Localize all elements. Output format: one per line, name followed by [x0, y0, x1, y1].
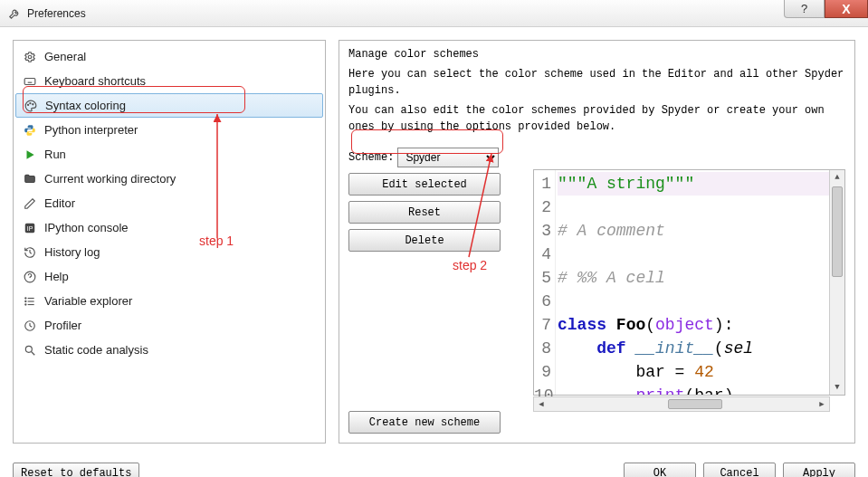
ipython-icon: IP [23, 221, 37, 235]
sidebar-item-python-interpreter[interactable]: Python interpreter [15, 118, 323, 142]
svg-point-20 [25, 301, 26, 301]
gear-icon [23, 50, 37, 64]
delete-scheme-button[interactable]: Delete [348, 229, 501, 252]
hscroll-thumb[interactable] [668, 399, 722, 409]
svg-point-7 [28, 104, 29, 105]
scroll-up-icon[interactable]: ▲ [830, 170, 844, 185]
svg-text:IP: IP [27, 224, 33, 231]
sidebar-item-label: Syntax coloring [45, 99, 126, 112]
sidebar-item-label: Help [44, 270, 69, 283]
sidebar-item-label: Variable explorer [44, 294, 132, 308]
sidebar-item-editor[interactable]: Editor [15, 191, 323, 215]
svg-line-24 [30, 326, 32, 327]
svg-point-0 [28, 55, 32, 59]
svg-point-21 [25, 303, 26, 304]
sidebar-item-label: Python interpreter [44, 123, 138, 137]
ok-button[interactable]: OK [624, 463, 696, 477]
sidebar-item-label: General [44, 50, 86, 63]
wrench-icon [7, 6, 22, 21]
sidebar-item-syntax-coloring[interactable]: Syntax coloring [15, 93, 323, 118]
sidebar-item-label: Run [44, 148, 66, 161]
reset-defaults-button[interactable]: Reset to defaults [13, 463, 139, 477]
apply-button[interactable]: Apply [783, 463, 855, 477]
scroll-left-icon[interactable]: ◀ [534, 399, 548, 409]
search-icon [23, 343, 37, 358]
scroll-down-icon[interactable]: ▼ [830, 380, 844, 395]
panel-desc-1: Here you can select the color scheme use… [348, 66, 845, 99]
svg-line-13 [30, 253, 32, 253]
sidebar-item-label: Editor [44, 196, 75, 210]
cancel-button[interactable]: Cancel [703, 463, 776, 477]
list-icon [23, 294, 37, 309]
svg-point-19 [25, 297, 26, 298]
window-title: Preferences [27, 7, 86, 20]
sidebar-item-label: Current working directory [44, 172, 176, 186]
keyboard-icon [23, 74, 37, 89]
horizontal-scrollbar[interactable]: ◀ ▶ [533, 396, 830, 412]
sidebar-item-ipython-console[interactable]: IPIPython console [15, 215, 323, 240]
svg-point-8 [30, 102, 31, 103]
scroll-thumb[interactable] [832, 186, 843, 277]
scheme-select[interactable]: Spyder [397, 148, 499, 167]
svg-rect-1 [24, 78, 35, 84]
palette-icon [24, 99, 38, 113]
sidebar-item-label: History log [44, 245, 100, 259]
svg-line-26 [32, 351, 35, 355]
titlebar-help-button[interactable]: ? [784, 0, 825, 18]
sidebar-item-profiler[interactable]: Profiler [15, 313, 323, 338]
reset-scheme-button[interactable]: Reset [348, 201, 501, 224]
sidebar-item-label: Profiler [44, 319, 81, 332]
sidebar-item-label: IPython console [44, 221, 129, 234]
sidebar-item-current-working-directory[interactable]: Current working directory [15, 167, 323, 191]
code-area: """A string""" # A comment # %% A cell c… [556, 170, 829, 395]
sidebar-item-help[interactable]: Help [15, 264, 323, 289]
settings-panel: Manage color schemes Here you can select… [339, 40, 855, 444]
edit-icon [23, 196, 37, 211]
folder-icon [23, 172, 37, 186]
clock-icon [23, 319, 37, 333]
panel-desc-2: You can also edit the color schemes prov… [348, 102, 845, 135]
sidebar-item-label: Static code analysis [44, 343, 148, 357]
scheme-label: Scheme: [348, 151, 394, 164]
titlebar: Preferences ? X [0, 0, 868, 27]
svg-point-25 [25, 346, 32, 352]
titlebar-close-button[interactable]: X [825, 0, 868, 18]
sidebar-item-label: Keyboard shortcuts [44, 74, 146, 88]
scroll-right-icon[interactable]: ▶ [815, 399, 829, 409]
dialog-button-bar: Reset to defaults OK Cancel Apply [0, 459, 868, 477]
sidebar-item-keyboard-shortcuts[interactable]: Keyboard shortcuts [15, 69, 323, 93]
sidebar-item-variable-explorer[interactable]: Variable explorer [15, 289, 323, 313]
category-list: GeneralKeyboard shortcutsSyntax coloring… [13, 40, 326, 444]
edit-selected-button[interactable]: Edit selected [348, 173, 501, 196]
sidebar-item-history-log[interactable]: History log [15, 240, 323, 264]
sidebar-item-static-code-analysis[interactable]: Static code analysis [15, 338, 323, 362]
create-scheme-button[interactable]: Create new scheme [348, 411, 501, 434]
svg-point-9 [33, 103, 33, 104]
history-icon [23, 245, 37, 260]
sidebar-item-general[interactable]: General [15, 44, 323, 69]
vertical-scrollbar[interactable]: ▲ ▼ [829, 170, 844, 395]
code-preview: 12345678910 """A string""" # A comment #… [533, 169, 845, 396]
panel-heading: Manage color schemes [348, 48, 845, 61]
line-gutter: 12345678910 [534, 170, 556, 395]
python-icon [23, 123, 37, 138]
help-icon [23, 270, 37, 284]
sidebar-item-run[interactable]: Run [15, 142, 323, 167]
play-icon [23, 148, 37, 162]
